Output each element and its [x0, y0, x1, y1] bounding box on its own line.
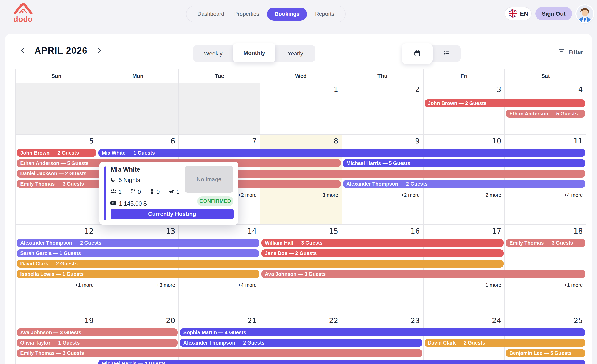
more-events-link[interactable]: +1 more — [16, 282, 94, 288]
booking-bar[interactable]: Ethan Anderson — 5 Guests — [506, 110, 585, 118]
date-number: 2 — [415, 85, 420, 93]
more-events-link[interactable]: +1 more — [505, 282, 583, 288]
prev-month-button[interactable] — [17, 45, 28, 56]
date-number: 14 — [247, 227, 257, 235]
day-cell[interactable]: 18 — [505, 225, 586, 314]
more-events-link[interactable]: +3 more — [260, 192, 338, 198]
date-number: 12 — [84, 227, 94, 235]
more-events-link[interactable]: +2 more — [424, 192, 502, 198]
weekday-tue: Tue — [179, 70, 260, 83]
app-logo[interactable]: dodo — [7, 2, 39, 23]
sign-out-button[interactable]: Sign Out — [535, 7, 572, 21]
booking-bar[interactable]: Sarah Garcia — 1 Guests — [17, 249, 259, 257]
day-cell[interactable]: 15 — [260, 225, 342, 314]
more-events-link[interactable]: +3 more — [97, 282, 175, 288]
weekday-header-row: Sun Mon Tue Wed Thu Fri Sat — [16, 70, 586, 83]
booking-bar[interactable]: John Brown — 2 Guests — [424, 100, 585, 107]
day-cell[interactable]: 14 — [179, 225, 260, 314]
day-cell[interactable]: 16 — [342, 225, 424, 314]
more-events-link[interactable]: +4 more — [179, 282, 257, 288]
booking-bar[interactable]: William Hall — 3 Guests — [261, 239, 504, 247]
adults-value: 1 — [118, 188, 122, 195]
date-number: 23 — [410, 316, 420, 325]
nav-item-reports[interactable]: Reports — [313, 11, 336, 17]
date-number: 11 — [573, 137, 583, 145]
weekday-wed: Wed — [260, 70, 342, 83]
booking-bar[interactable]: Ava Johnson — 3 Guests — [17, 328, 178, 336]
more-events-link[interactable]: +2 more — [342, 192, 420, 198]
day-cell[interactable]: 13 — [97, 225, 179, 314]
nav-item-bookings[interactable]: Bookings — [267, 8, 307, 21]
more-events-link[interactable]: +1 more — [424, 282, 502, 288]
booking-bar[interactable]: Olivia Taylor — 1 Guests — [17, 339, 178, 347]
booking-bar[interactable]: Alexander Thompson — 2 Guests — [180, 339, 422, 347]
booking-bar[interactable]: Michael Harris — 4 Guests — [98, 360, 585, 364]
booking-bar[interactable]: Alexander Thompson — 2 Guests — [17, 239, 259, 247]
booking-bar[interactable]: David Clark — 2 Guests — [17, 260, 504, 268]
infants-count: 0 — [149, 188, 160, 195]
date-number: 16 — [410, 227, 420, 235]
view-yearly[interactable]: Yearly — [275, 50, 315, 57]
day-cell[interactable]: 1 — [260, 83, 342, 135]
no-image-label: No Image — [197, 176, 221, 183]
weekday-thu: Thu — [342, 70, 424, 83]
day-cell[interactable]: 2 — [342, 83, 424, 135]
filter-label: Filter — [568, 48, 583, 55]
list-view-button[interactable] — [433, 45, 461, 62]
booking-bar[interactable]: Benjamin Lee — 5 Guests — [506, 349, 585, 357]
booking-bar[interactable]: Alexander Thompson — 2 Guests — [343, 180, 585, 188]
day-cell[interactable]: 4 — [505, 83, 586, 135]
popup-nights-row: 5 Nights — [110, 177, 140, 184]
language-selector[interactable]: EN — [505, 7, 532, 21]
date-number: 13 — [166, 227, 175, 235]
day-cell[interactable]: 17 — [424, 225, 505, 314]
day-cell[interactable]: 5 — [16, 135, 97, 225]
date-number: 6 — [171, 137, 175, 145]
booking-bar[interactable]: Emily Thomas — 3 Guests — [17, 349, 422, 357]
nav-item-properties[interactable]: Properties — [232, 11, 261, 17]
date-number: 19 — [84, 316, 94, 325]
day-cell[interactable]: 9 — [342, 135, 424, 225]
view-weekly[interactable]: Weekly — [193, 50, 233, 57]
day-cell[interactable] — [179, 83, 260, 135]
currently-hosting-button[interactable]: Currently Hosting — [110, 209, 234, 219]
booking-bar[interactable]: Michael Harris — 5 Guests — [343, 159, 585, 167]
booking-bar[interactable]: Ava Johnson — 3 Guests — [261, 270, 585, 278]
status-badge: CONFIRMED — [197, 196, 233, 206]
day-cell-today[interactable]: 8 — [260, 135, 342, 225]
day-cell[interactable]: 10 — [424, 135, 505, 225]
date-number: 24 — [492, 316, 502, 325]
user-avatar[interactable] — [576, 5, 593, 22]
date-number: 7 — [252, 137, 257, 145]
calendar-toolbar: APRIL 2026 Weekly Monthly Yearly — [5, 34, 592, 69]
filter-button[interactable]: Filter — [558, 47, 583, 56]
day-cell[interactable] — [97, 83, 179, 135]
more-events-link[interactable]: +4 more — [505, 192, 583, 198]
next-month-button[interactable] — [94, 45, 104, 56]
view-monthly[interactable]: Monthly — [233, 43, 275, 62]
day-cell[interactable]: 3 — [424, 83, 505, 135]
booking-bar[interactable]: Jane Doe — 2 Guests — [261, 249, 504, 257]
children-count: 0 — [130, 188, 141, 195]
day-cell[interactable]: 11 — [505, 135, 586, 225]
booking-bar[interactable]: Emily Thomas — 3 Guests — [506, 239, 585, 247]
booking-bar[interactable]: Sophia Martin — 4 Guests — [180, 328, 585, 336]
date-number: 4 — [578, 85, 583, 93]
day-cell[interactable]: 12 — [16, 225, 97, 314]
nav-item-dashboard[interactable]: Dashboard — [196, 11, 226, 17]
date-number: 21 — [247, 316, 257, 325]
popup-price-value: 1,145.00 $ — [119, 200, 147, 207]
calendar-icon — [413, 49, 421, 58]
booking-bar[interactable]: David Clark — 2 Guests — [424, 339, 585, 347]
booking-bar[interactable]: John Brown — 2 Guests — [17, 149, 96, 157]
calendar-card: APRIL 2026 Weekly Monthly Yearly — [5, 34, 592, 364]
booking-bar[interactable]: Isabella Lewis — 1 Guests — [17, 270, 259, 278]
status-label: CONFIRMED — [199, 198, 231, 204]
popup-price-row: 1 1,145.00 $ — [110, 200, 147, 207]
children-value: 0 — [138, 188, 141, 195]
booking-bar[interactable]: Mia White — 1 Guests — [98, 149, 585, 157]
weekday-fri: Fri — [424, 70, 505, 83]
day-cell[interactable] — [16, 83, 97, 135]
week-row-1: 1 2 3 4 John Brown — 2 Guests Ethan Ande… — [16, 83, 586, 135]
calendar-view-button[interactable] — [402, 43, 433, 64]
